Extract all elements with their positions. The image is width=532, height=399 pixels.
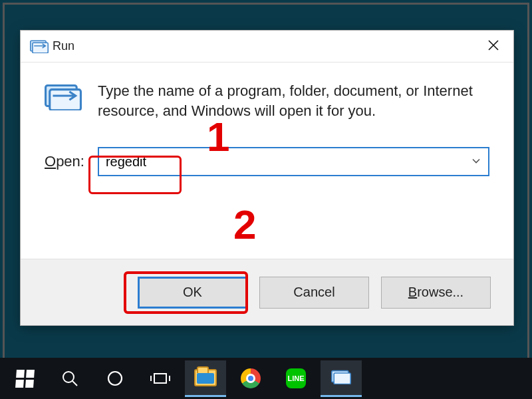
line-icon: LINE (286, 368, 306, 388)
run-icon (30, 39, 46, 55)
annotation-step-2: 2 (233, 201, 256, 248)
cortana-button[interactable] (94, 360, 136, 397)
windows-logo-icon (15, 370, 35, 388)
run-taskbar[interactable] (321, 360, 362, 397)
run-icon-large (45, 81, 82, 113)
ok-button[interactable]: OK (138, 277, 247, 309)
svg-rect-8 (334, 373, 350, 384)
ok-label: OK (183, 285, 202, 300)
file-explorer-taskbar[interactable] (185, 360, 226, 397)
chevron-down-icon[interactable] (471, 154, 481, 170)
cancel-button[interactable]: Cancel (259, 277, 369, 309)
line-taskbar[interactable]: LINE (275, 360, 317, 397)
svg-point-4 (63, 372, 74, 382)
run-taskbar-icon (331, 368, 351, 387)
start-button[interactable] (4, 360, 45, 397)
svg-rect-6 (154, 374, 166, 383)
dialog-body: Type the name of a program, folder, docu… (21, 63, 513, 259)
search-icon (61, 369, 79, 388)
task-view-button[interactable] (140, 360, 181, 397)
open-input[interactable]: regedit (98, 147, 489, 176)
run-dialog: Run Type the name of a program, folder, … (20, 30, 514, 326)
file-explorer-icon (194, 369, 217, 386)
cortana-icon (106, 369, 124, 388)
svg-point-5 (108, 372, 122, 385)
chrome-taskbar[interactable] (230, 360, 271, 397)
close-icon (487, 37, 500, 56)
chrome-icon (241, 368, 261, 388)
dialog-title: Run (53, 39, 479, 53)
open-label: Open: (45, 153, 84, 170)
taskbar-search-button[interactable] (49, 360, 90, 397)
open-row: Open: regedit (45, 147, 489, 176)
browse-label: Browse... (408, 285, 464, 300)
button-bar: OK Cancel Browse... (21, 259, 513, 325)
titlebar: Run (21, 31, 513, 63)
info-row: Type the name of a program, folder, docu… (45, 81, 489, 120)
close-button[interactable] (479, 32, 508, 61)
svg-rect-1 (33, 43, 48, 53)
taskbar: LINE (0, 358, 532, 399)
browse-button[interactable]: Browse... (381, 277, 491, 309)
hint-text: Type the name of a program, folder, docu… (98, 81, 489, 120)
cancel-label: Cancel (293, 285, 334, 300)
open-input-value: regedit (106, 154, 146, 170)
svg-rect-3 (50, 90, 81, 110)
task-view-icon (149, 369, 172, 388)
